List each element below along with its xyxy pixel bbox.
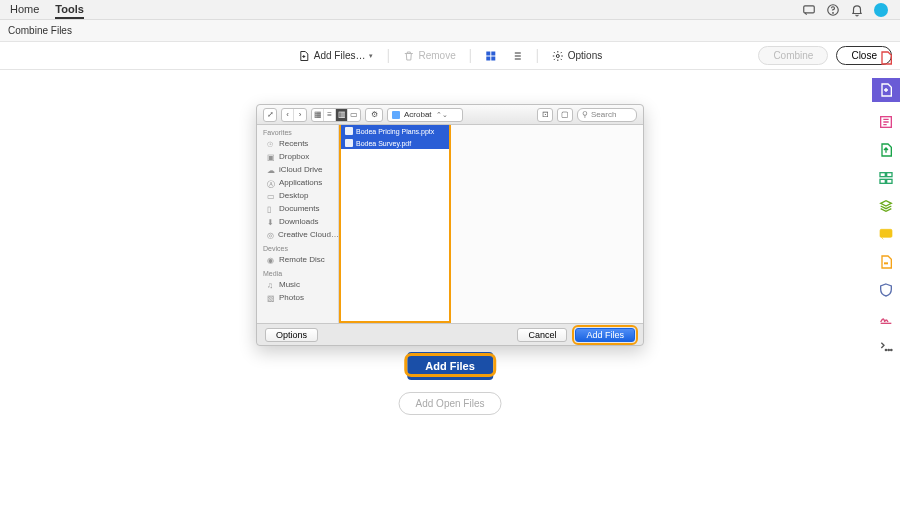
more-icon[interactable] — [878, 338, 894, 354]
view-list-button[interactable] — [511, 50, 523, 62]
file-picker-footer: Options Cancel Add Files — [257, 323, 643, 345]
sidebar-item-desktop[interactable]: ▭Desktop — [257, 189, 338, 202]
svg-rect-3 — [486, 51, 490, 55]
sign-icon[interactable] — [878, 310, 894, 326]
add-open-files-button[interactable]: Add Open Files — [399, 392, 502, 415]
tool-subheader: Combine Files — [0, 20, 900, 42]
main-area: ⤢ ‹ › ▦ ≡ ▥ ▭ ⚙︎ Acrobat ⌃⌄ ⊡ ▢ — [0, 70, 900, 506]
picker-options-button[interactable]: Options — [265, 328, 318, 342]
remove-label: Remove — [418, 50, 455, 61]
gear-icon — [552, 50, 564, 62]
chat-icon[interactable] — [802, 3, 816, 17]
sidebar-item-applications[interactable]: ⒶApplications — [257, 176, 338, 189]
favorites-heading: Favorites — [257, 125, 338, 137]
svg-point-15 — [888, 349, 889, 350]
nav-arrows[interactable]: ‹ › — [281, 108, 307, 122]
divider — [387, 49, 388, 63]
file-picker-sidebar: Favorites ⌚︎Recents ▣Dropbox ☁︎iCloud Dr… — [257, 125, 339, 323]
chevron-down-icon: ▾ — [369, 52, 373, 60]
tool-toolbar: Add Files… ▾ Remove Options — [0, 42, 900, 70]
highlight-icon[interactable] — [878, 254, 894, 270]
svg-point-14 — [885, 349, 886, 350]
search-input[interactable]: ⚲ Search — [577, 108, 637, 122]
file-icon — [345, 127, 353, 135]
svg-point-16 — [891, 349, 892, 350]
header-tabs: Home Tools — [0, 1, 84, 19]
media-heading: Media — [257, 266, 338, 278]
sidebar-item-icloud[interactable]: ☁︎iCloud Drive — [257, 163, 338, 176]
svg-rect-10 — [887, 173, 892, 177]
cc-icon: ◎ — [267, 231, 274, 239]
sort-dropdown[interactable]: ⚙︎ — [365, 108, 383, 122]
svg-rect-11 — [880, 179, 885, 183]
apps-icon: Ⓐ — [267, 179, 275, 187]
options-label: Options — [568, 50, 602, 61]
file-name: Bodea Survey.pdf — [356, 140, 411, 147]
file-row[interactable]: Bodea Survey.pdf — [341, 137, 449, 149]
protect-icon[interactable] — [878, 282, 894, 298]
create-icon[interactable] — [872, 78, 900, 102]
divider — [537, 49, 538, 63]
file-picker-body: Favorites ⌚︎Recents ▣Dropbox ☁︎iCloud Dr… — [257, 125, 643, 323]
sidebar-item-label: Photos — [279, 293, 304, 302]
svg-rect-9 — [880, 173, 885, 177]
sidebar-item-label: Music — [279, 280, 300, 289]
share-icon[interactable]: ▢ — [557, 108, 573, 122]
sidebar-item-label: Desktop — [279, 191, 308, 200]
bell-icon[interactable] — [850, 3, 864, 17]
icon-view-icon[interactable]: ▦ — [312, 109, 324, 121]
tab-tools[interactable]: Tools — [55, 1, 84, 19]
user-avatar[interactable] — [874, 3, 888, 17]
svg-rect-6 — [491, 56, 495, 60]
disc-icon: ◉ — [267, 256, 275, 264]
svg-rect-5 — [486, 56, 490, 60]
sidebar-item-photos[interactable]: ▧Photos — [257, 291, 338, 304]
add-files-main: Add Files — [407, 356, 493, 374]
gallery-view-icon[interactable]: ▭ — [348, 109, 360, 121]
sidebar-item-recents[interactable]: ⌚︎Recents — [257, 137, 338, 150]
organize-icon[interactable] — [878, 170, 894, 186]
tool-title: Combine Files — [8, 25, 72, 36]
search-placeholder: Search — [591, 110, 616, 119]
sidebar-item-music[interactable]: ♫Music — [257, 278, 338, 291]
sidebar-item-documents[interactable]: ▯Documents — [257, 202, 338, 215]
list-view-small-icon[interactable]: ≡ — [324, 109, 336, 121]
view-grid-button[interactable] — [485, 50, 497, 62]
sidebar-item-creativecloud[interactable]: ◎Creative Cloud… — [257, 228, 338, 241]
updown-icon: ⌃⌄ — [436, 111, 448, 119]
help-icon[interactable] — [826, 3, 840, 17]
file-row[interactable]: Bodea Pricing Plans.pptx — [341, 125, 449, 137]
view-switcher[interactable]: ▦ ≡ ▥ ▭ — [311, 108, 361, 122]
svg-rect-0 — [804, 5, 815, 12]
recents-icon: ⌚︎ — [267, 140, 275, 148]
nav-forward-icon[interactable]: › — [294, 109, 306, 121]
tag-button[interactable]: ⊡ — [537, 108, 553, 122]
tab-home[interactable]: Home — [10, 1, 39, 19]
page-icon[interactable] — [878, 50, 894, 66]
picker-add-files-button[interactable]: Add Files — [575, 328, 635, 342]
remove-button[interactable]: Remove — [402, 50, 455, 62]
sidebar-item-label: Remote Disc — [279, 255, 325, 264]
sidebar-item-downloads[interactable]: ⬇︎Downloads — [257, 215, 338, 228]
edit-icon[interactable] — [878, 114, 894, 130]
nav-back-forward[interactable]: ⤢ — [263, 108, 277, 122]
folder-icon — [392, 111, 400, 119]
location-dropdown[interactable]: Acrobat ⌃⌄ — [387, 108, 463, 122]
picker-cancel-button[interactable]: Cancel — [517, 328, 567, 342]
documents-icon: ▯ — [267, 205, 275, 213]
sidebar-item-dropbox[interactable]: ▣Dropbox — [257, 150, 338, 163]
right-tool-rail — [872, 44, 900, 354]
compress-icon[interactable] — [878, 198, 894, 214]
sidebar-item-remotedisc[interactable]: ◉Remote Disc — [257, 253, 338, 266]
combine-button[interactable]: Combine — [758, 46, 828, 65]
column-view-icon[interactable]: ▥ — [336, 109, 348, 121]
add-files-dropdown[interactable]: Add Files… ▾ — [298, 50, 374, 62]
comment-icon[interactable] — [878, 226, 894, 242]
trash-icon — [402, 50, 414, 62]
fullscreen-icon[interactable]: ⤢ — [264, 109, 276, 121]
nav-back-icon[interactable]: ‹ — [282, 109, 294, 121]
sort-icon: ⚙︎ — [366, 109, 382, 121]
add-files-button[interactable]: Add Files — [407, 352, 493, 380]
export-icon[interactable] — [878, 142, 894, 158]
options-button[interactable]: Options — [552, 50, 602, 62]
